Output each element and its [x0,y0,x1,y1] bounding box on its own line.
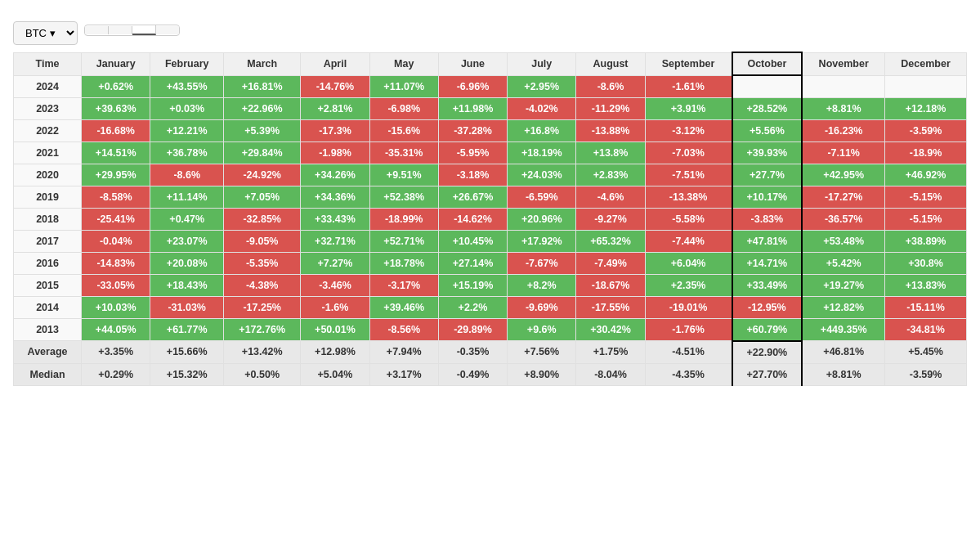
col-header-april: April [301,52,369,75]
data-cell: +22.96% [224,97,301,119]
col-header-october: October [732,52,803,75]
data-cell: -4.38% [224,274,301,296]
data-cell: +52.71% [369,230,438,252]
data-cell: +39.63% [82,97,150,119]
table-row: 2020+29.95%-8.6%-24.92%+34.26%+9.51%-3.1… [14,164,967,186]
data-cell: +9.51% [369,164,438,186]
data-cell: -7.44% [645,230,732,252]
data-cell: +2.95% [508,75,576,97]
data-cell: +0.62% [82,75,150,97]
data-cell: +50.01% [301,318,369,341]
asset-selector[interactable]: BTC ▾ [13,21,78,45]
year-cell: 2022 [14,119,82,141]
data-cell: -34.81% [885,318,967,341]
data-cell: +30.42% [576,318,645,341]
data-cell: +29.84% [224,141,301,164]
data-cell: -4.6% [576,186,645,208]
data-cell: -3.83% [732,208,803,230]
data-cell: -1.6% [301,296,369,318]
year-cell: 2024 [14,75,82,97]
data-cell: -18.99% [369,208,438,230]
data-cell: +18.43% [150,274,224,296]
data-cell: -3.17% [369,274,438,296]
data-cell: +36.78% [150,141,224,164]
data-cell: +13.83% [885,274,967,296]
average-label: Average [14,341,82,364]
data-cell: +9.6% [508,318,576,341]
data-cell: +52.38% [369,186,438,208]
data-cell: +32.71% [301,230,369,252]
data-cell: -9.27% [576,208,645,230]
table-row: 2018-25.41%+0.47%-32.85%+33.43%-18.99%-1… [14,208,967,230]
median-cell: +15.32% [150,363,224,385]
data-cell: +15.19% [438,274,507,296]
data-cell: +33.43% [301,208,369,230]
data-cell: -14.83% [82,252,150,274]
median-row: Median+0.29%+15.32%+0.50%+5.04%+3.17%-0.… [14,363,967,385]
data-cell: -5.58% [645,208,732,230]
average-cell: -4.51% [645,341,732,364]
data-cell: +14.71% [732,252,803,274]
data-cell: -14.62% [438,208,507,230]
table-row: 2021+14.51%+36.78%+29.84%-1.98%-35.31%-5… [14,141,967,164]
median-cell: -8.04% [576,363,645,385]
median-cell: +27.70% [732,363,803,385]
data-cell: +10.17% [732,186,803,208]
table-row: 2015-33.05%+18.43%-4.38%-3.46%-3.17%+15.… [14,274,967,296]
data-cell: +46.92% [885,164,967,186]
data-cell: +16.81% [224,75,301,97]
data-cell: -8.6% [150,164,224,186]
data-cell: +12.18% [885,97,967,119]
data-cell: +24.03% [508,164,576,186]
average-cell: +5.45% [885,341,967,364]
data-cell: -4.02% [508,97,576,119]
data-cell: +5.42% [802,252,884,274]
data-cell: -14.76% [301,75,369,97]
col-header-june: June [438,52,507,75]
average-cell: +13.42% [224,341,301,364]
data-cell: +16.8% [508,119,576,141]
data-cell: -8.58% [82,186,150,208]
tab-controls [84,25,180,36]
data-cell: +18.78% [369,252,438,274]
data-cell: +43.55% [150,75,224,97]
data-cell: +20.08% [150,252,224,274]
data-cell: +2.81% [301,97,369,119]
data-cell: +27.7% [732,164,803,186]
col-header-september: September [645,52,732,75]
tab-monthly[interactable] [132,25,156,35]
data-cell: +38.89% [885,230,967,252]
average-cell: +12.98% [301,341,369,364]
average-cell: +7.94% [369,341,438,364]
data-cell: +33.49% [732,274,803,296]
median-cell: +0.50% [224,363,301,385]
data-cell: -13.88% [576,119,645,141]
average-cell: +15.66% [150,341,224,364]
data-cell: -8.6% [576,75,645,97]
year-cell: 2019 [14,186,82,208]
data-cell: -1.76% [645,318,732,341]
table-row: 2023+39.63%+0.03%+22.96%+2.81%-6.98%+11.… [14,97,967,119]
data-cell: -31.03% [150,296,224,318]
tab-weekly[interactable] [109,26,132,34]
data-cell: +27.14% [438,252,507,274]
data-cell: -7.51% [645,164,732,186]
tab-quarterly[interactable] [156,26,179,34]
table-row: 2014+10.03%-31.03%-17.25%-1.6%+39.46%+2.… [14,296,967,318]
data-cell: +7.05% [224,186,301,208]
data-cell: +12.21% [150,119,224,141]
data-cell: +65.32% [576,230,645,252]
data-cell: -37.28% [438,119,507,141]
tab-daily[interactable] [85,26,109,34]
col-header-july: July [508,52,576,75]
data-cell: -6.98% [369,97,438,119]
data-cell: -18.9% [885,141,967,164]
data-cell: +13.8% [576,141,645,164]
year-cell: 2013 [14,318,82,341]
data-cell: +2.83% [576,164,645,186]
data-cell: -7.67% [508,252,576,274]
data-cell: +34.36% [301,186,369,208]
data-cell: -15.11% [885,296,967,318]
median-cell: -3.59% [885,363,967,385]
data-cell: -1.98% [301,141,369,164]
